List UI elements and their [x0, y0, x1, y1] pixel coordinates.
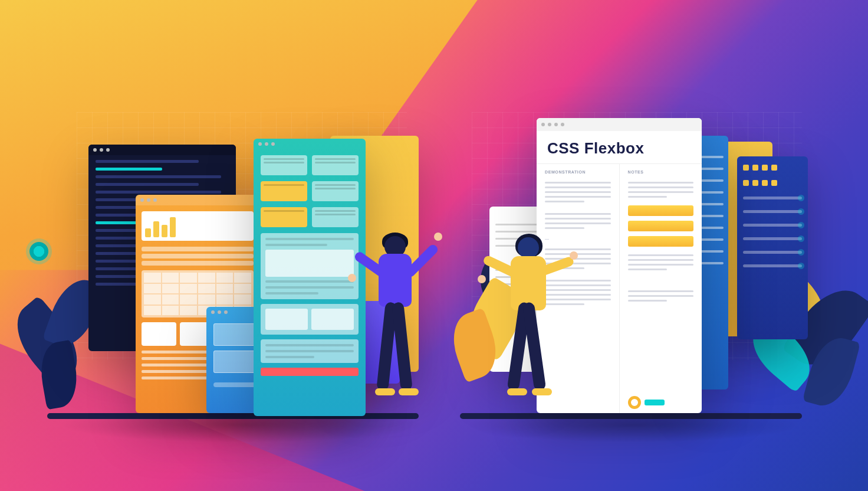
red-cta-button	[261, 368, 359, 376]
window-titlebar	[136, 195, 259, 205]
window-titlebar	[254, 139, 366, 149]
yellow-button	[628, 205, 694, 216]
window-titlebar	[88, 145, 236, 155]
section-heading: Demonstration	[545, 170, 611, 174]
key-icon	[628, 396, 694, 409]
content-panel	[261, 233, 359, 299]
illustrated-person-left	[360, 236, 430, 413]
yellow-button	[628, 221, 694, 231]
bar-chart-icon	[142, 211, 254, 241]
platform-base-right	[460, 413, 802, 419]
indigo-panel-right	[737, 156, 808, 339]
section-heading: Notes	[628, 170, 694, 174]
document-title: CSS Flexbox	[537, 131, 702, 163]
illustrated-person-right	[489, 236, 566, 413]
doc-right-column: Notes	[619, 164, 702, 413]
yellow-button	[628, 236, 694, 247]
window-titlebar	[537, 118, 702, 131]
glow-badge-icon	[29, 242, 48, 261]
